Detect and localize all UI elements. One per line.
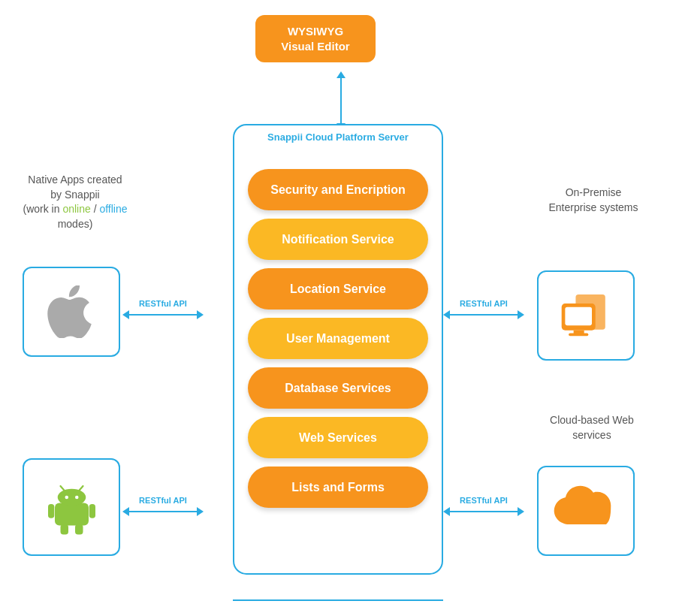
android-icon bbox=[44, 479, 100, 536]
svg-rect-0 bbox=[55, 503, 89, 525]
svg-rect-9 bbox=[75, 524, 83, 535]
android-device-box bbox=[23, 458, 120, 556]
notification-service-btn[interactable]: Notification Service bbox=[248, 219, 428, 260]
diagram-container: WYSIWYGVisual Editor Snappii Cloud Platf… bbox=[0, 0, 676, 616]
svg-line-4 bbox=[60, 486, 64, 491]
apple-icon bbox=[45, 285, 98, 338]
apple-device-box bbox=[23, 267, 120, 357]
cloud-platform-label: Snappii Cloud Platform Server bbox=[233, 131, 443, 143]
restful-label-left-bottom: RESTful API bbox=[139, 496, 187, 505]
svg-rect-7 bbox=[89, 504, 95, 518]
restful-label-left-top: RESTful API bbox=[139, 299, 187, 308]
location-service-btn[interactable]: Location Service bbox=[248, 268, 428, 310]
database-services-btn[interactable]: Database Services bbox=[248, 367, 428, 409]
wysiwyg-box: WYSIWYGVisual Editor bbox=[255, 15, 376, 62]
svg-line-5 bbox=[79, 486, 83, 491]
bottom-line bbox=[233, 599, 443, 601]
cloud-icon bbox=[552, 485, 620, 537]
svg-rect-12 bbox=[565, 307, 592, 325]
svg-point-3 bbox=[75, 495, 79, 499]
user-management-btn[interactable]: User Management bbox=[248, 318, 428, 359]
restful-api-left-top: RESTful API bbox=[122, 299, 204, 319]
native-apps-description: Native Apps created by Snappii (work in … bbox=[23, 173, 128, 231]
restful-label-right-top: RESTful API bbox=[460, 299, 508, 308]
security-service-btn[interactable]: Security and Encription bbox=[248, 169, 428, 210]
server-icon bbox=[558, 289, 614, 342]
svg-rect-8 bbox=[60, 524, 68, 535]
server-box bbox=[537, 270, 635, 361]
wysiwyg-label: WYSIWYGVisual Editor bbox=[281, 25, 349, 53]
offline-label: offline bbox=[99, 203, 127, 215]
online-label: online bbox=[62, 203, 90, 215]
svg-point-1 bbox=[57, 488, 86, 506]
restful-api-right-bottom: RESTful API bbox=[443, 496, 524, 516]
svg-point-2 bbox=[65, 495, 68, 499]
on-premise-label: On-Premise Enterprise systems bbox=[548, 186, 638, 213]
svg-rect-6 bbox=[48, 504, 54, 518]
svg-rect-14 bbox=[569, 333, 588, 336]
on-premise-description: On-Premise Enterprise systems bbox=[541, 186, 646, 215]
lists-forms-btn[interactable]: Lists and Forms bbox=[248, 467, 428, 508]
wysiwyg-arrow bbox=[336, 71, 346, 130]
cloud-service-box bbox=[537, 466, 635, 556]
cloud-based-label: Cloud-based Web services bbox=[550, 414, 634, 441]
native-apps-label: Native Apps created by Snappii bbox=[28, 174, 122, 201]
restful-api-left-bottom: RESTful API bbox=[122, 496, 204, 516]
restful-label-right-bottom: RESTful API bbox=[460, 496, 508, 505]
restful-api-right-top: RESTful API bbox=[443, 299, 524, 319]
cloud-based-description: Cloud-based Web services bbox=[539, 413, 644, 442]
web-services-btn[interactable]: Web Services bbox=[248, 417, 428, 458]
